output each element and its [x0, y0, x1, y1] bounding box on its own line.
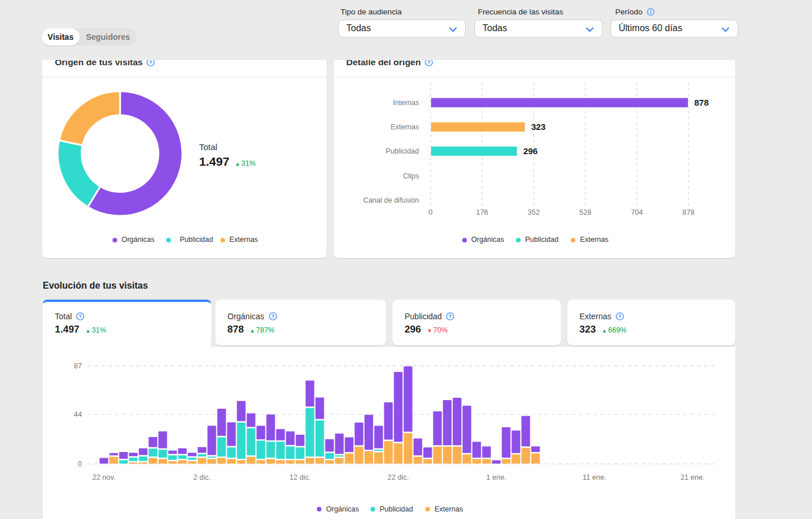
svg-text:?: ? — [79, 313, 83, 319]
svg-text:12 dic.: 12 dic. — [290, 473, 311, 481]
svg-text:878: 878 — [683, 208, 695, 216]
svg-text:11 ene.: 11 ene. — [583, 473, 607, 481]
svg-text:22 nov.: 22 nov. — [92, 473, 115, 481]
svg-text:?: ? — [149, 59, 153, 65]
svg-text:?: ? — [449, 313, 452, 319]
svg-text:704: 704 — [631, 208, 643, 216]
svg-text:Internas: Internas — [393, 99, 419, 107]
svg-text:22 dic.: 22 dic. — [388, 473, 409, 481]
svg-text:Clips: Clips — [403, 172, 419, 180]
svg-text:528: 528 — [579, 208, 592, 216]
svg-text:1 ene.: 1 ene. — [487, 473, 507, 481]
svg-text:?: ? — [618, 313, 622, 319]
svg-text:323: 323 — [531, 122, 545, 132]
svg-text:2 dic.: 2 dic. — [193, 473, 211, 481]
svg-text:44: 44 — [74, 410, 82, 419]
svg-text:?: ? — [271, 313, 275, 319]
svg-text:878: 878 — [694, 98, 709, 107]
svg-text:296: 296 — [523, 146, 538, 156]
svg-text:0: 0 — [78, 460, 82, 468]
svg-text:0: 0 — [429, 208, 433, 216]
svg-text:21 ene.: 21 ene. — [680, 473, 705, 481]
svg-text:176: 176 — [476, 208, 488, 216]
svg-text:87: 87 — [74, 362, 82, 370]
svg-text:Publicidad: Publicidad — [386, 147, 419, 155]
svg-text:352: 352 — [527, 208, 540, 216]
svg-text:Canal de difusión: Canal de difusión — [363, 196, 419, 204]
svg-text:Externas: Externas — [391, 123, 419, 131]
